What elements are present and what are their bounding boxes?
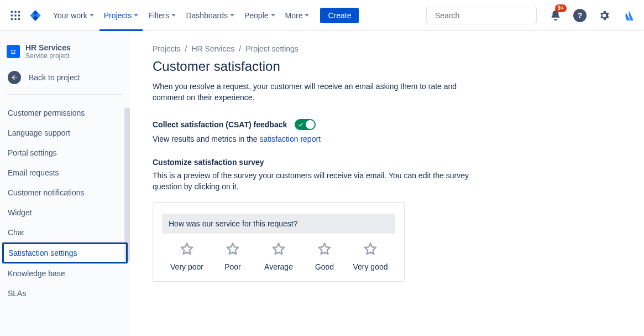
back-to-project[interactable]: Back to project bbox=[0, 64, 130, 94]
svg-rect-2 bbox=[18, 11, 20, 12]
rating-option-average[interactable]: Average bbox=[257, 241, 300, 271]
rating-label: Very poor bbox=[170, 262, 203, 271]
breadcrumb-separator: / bbox=[239, 44, 241, 53]
svg-rect-6 bbox=[11, 18, 13, 20]
page-description: When you resolve a request, your custome… bbox=[153, 81, 484, 104]
nav-item-label: More bbox=[285, 11, 303, 20]
back-label: Back to project bbox=[29, 73, 80, 82]
results-prefix: View results and metrics in the bbox=[153, 135, 260, 143]
notifications-icon[interactable]: 9+ bbox=[547, 7, 564, 24]
svg-rect-3 bbox=[11, 14, 13, 16]
satisfaction-report-link[interactable]: satisfaction report bbox=[260, 135, 321, 143]
svg-rect-4 bbox=[14, 14, 16, 16]
nav-item-label: Dashboards bbox=[186, 11, 228, 20]
survey-preview-card: How was our service for this request? Ve… bbox=[153, 202, 405, 282]
svg-rect-14 bbox=[11, 53, 15, 54]
nav-item-label: Your work bbox=[53, 11, 87, 20]
toggle-knob bbox=[306, 120, 315, 129]
jira-logo-icon[interactable] bbox=[27, 7, 44, 24]
nav-item-label: Filters bbox=[148, 11, 169, 20]
app-switcher-icon[interactable] bbox=[7, 7, 24, 24]
svg-rect-1 bbox=[14, 11, 16, 12]
nav-item-your-work[interactable]: Your work bbox=[49, 0, 98, 31]
breadcrumb-separator: / bbox=[185, 44, 187, 53]
svg-rect-11 bbox=[9, 47, 18, 56]
atlassian-icon[interactable] bbox=[620, 7, 637, 24]
results-text: View results and metrics in the satisfac… bbox=[153, 135, 624, 143]
chevron-down-icon bbox=[90, 14, 94, 17]
csat-toggle[interactable] bbox=[295, 119, 316, 130]
sidebar-item-knowledge-base[interactable]: Knowledge base bbox=[2, 263, 128, 283]
sidebar-item-widget[interactable]: Widget bbox=[2, 203, 128, 223]
search-icon bbox=[431, 11, 432, 20]
rating-option-good[interactable]: Good bbox=[303, 241, 346, 271]
nav-item-filters[interactable]: Filters bbox=[144, 0, 180, 31]
search-input[interactable] bbox=[435, 11, 532, 20]
breadcrumb-item[interactable]: Project settings bbox=[245, 44, 299, 53]
settings-icon[interactable] bbox=[595, 7, 613, 24]
svg-rect-0 bbox=[11, 11, 13, 12]
survey-question-input[interactable]: How was our service for this request? bbox=[162, 214, 395, 234]
sidebar-item-chat[interactable]: Chat bbox=[2, 223, 128, 242]
svg-point-13 bbox=[14, 50, 15, 51]
nav-item-people[interactable]: People bbox=[240, 0, 280, 31]
nav-item-more[interactable]: More bbox=[281, 0, 314, 31]
star-icon bbox=[271, 241, 286, 257]
rating-label: Very good bbox=[353, 262, 388, 271]
sidebar-item-slas[interactable]: SLAs bbox=[2, 283, 128, 303]
nav-item-projects[interactable]: Projects bbox=[100, 0, 143, 31]
svg-point-12 bbox=[11, 50, 13, 51]
help-icon[interactable]: ? bbox=[571, 7, 589, 24]
nav-items: Your workProjectsFiltersDashboardsPeople… bbox=[49, 0, 313, 31]
star-icon bbox=[363, 241, 378, 257]
rating-option-poor[interactable]: Poor bbox=[211, 241, 254, 271]
breadcrumb-item[interactable]: HR Services bbox=[191, 44, 234, 53]
breadcrumb: Projects/HR Services/Project settings bbox=[153, 44, 624, 53]
rating-option-very-poor[interactable]: Very poor bbox=[165, 241, 208, 271]
page-title: Customer satisfaction bbox=[153, 59, 624, 74]
project-avatar-icon bbox=[7, 45, 20, 58]
nav-item-dashboards[interactable]: Dashboards bbox=[181, 0, 239, 31]
sidebar-item-satisfaction-settings[interactable]: Satisfaction settings bbox=[2, 242, 128, 263]
nav-item-label: People bbox=[244, 11, 269, 20]
scrollbar-thumb[interactable] bbox=[124, 107, 130, 262]
sidebar-item-email-requests[interactable]: Email requests bbox=[2, 163, 128, 183]
chevron-down-icon bbox=[171, 14, 176, 17]
chevron-down-icon bbox=[271, 14, 275, 17]
sidebar: HR Services Service project Back to proj… bbox=[0, 31, 130, 336]
project-type: Service project bbox=[25, 52, 71, 60]
rating-option-very-good[interactable]: Very good bbox=[349, 241, 392, 271]
customize-heading: Customize satisfaction survey bbox=[153, 158, 624, 167]
nav-item-label: Projects bbox=[104, 11, 132, 20]
svg-rect-7 bbox=[14, 18, 16, 20]
chevron-down-icon bbox=[134, 14, 138, 17]
project-name: HR Services bbox=[25, 43, 71, 52]
rating-label: Good bbox=[315, 262, 334, 271]
sidebar-item-customer-notifications[interactable]: Customer notifications bbox=[2, 183, 128, 203]
chevron-down-icon bbox=[230, 14, 234, 17]
svg-point-9 bbox=[431, 15, 432, 15]
star-icon bbox=[317, 241, 332, 257]
breadcrumb-item[interactable]: Projects bbox=[153, 44, 181, 53]
chevron-down-icon bbox=[305, 14, 309, 17]
sidebar-list: Customer permissionsLanguage supportPort… bbox=[0, 100, 130, 307]
sidebar-item-portal-settings[interactable]: Portal settings bbox=[2, 143, 128, 163]
notification-badge: 9+ bbox=[555, 4, 567, 12]
csat-label: Collect satisfaction (CSAT) feedback bbox=[153, 120, 287, 129]
sidebar-item-language-support[interactable]: Language support bbox=[2, 123, 128, 143]
star-icon bbox=[179, 241, 195, 257]
project-header[interactable]: HR Services Service project bbox=[0, 31, 130, 64]
rating-label: Average bbox=[264, 262, 293, 271]
top-nav: Your workProjectsFiltersDashboardsPeople… bbox=[0, 0, 644, 31]
back-arrow-icon bbox=[8, 71, 21, 84]
sidebar-item-customer-permissions[interactable]: Customer permissions bbox=[2, 103, 128, 123]
check-icon bbox=[297, 121, 304, 128]
svg-rect-5 bbox=[18, 14, 20, 16]
rating-label: Poor bbox=[224, 262, 241, 271]
search-box[interactable] bbox=[426, 7, 537, 24]
rating-row: Very poorPoorAverageGoodVery good bbox=[162, 241, 395, 271]
main-content: Projects/HR Services/Project settings Cu… bbox=[130, 31, 644, 336]
sidebar-divider bbox=[7, 94, 123, 95]
customize-description: This is a preview of the survey your cus… bbox=[153, 170, 495, 193]
create-button[interactable]: Create bbox=[320, 8, 359, 23]
